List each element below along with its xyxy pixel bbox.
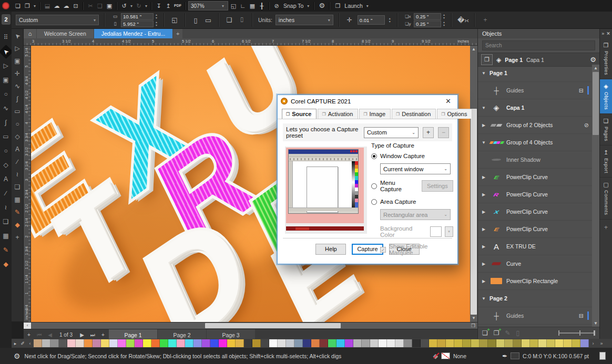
color-swatch[interactable] [219,339,227,347]
color-swatch[interactable] [564,339,572,347]
nudge-stepper[interactable]: ▴▾ [388,17,392,23]
color-swatch[interactable] [496,339,505,347]
fullscreen-preview-icon[interactable]: ◱ [229,1,238,11]
color-swatch[interactable] [362,339,370,347]
polygon-tool[interactable]: ◇ [1,160,11,170]
color-swatch[interactable] [151,339,160,347]
pen-tool[interactable]: ✎ [1,245,11,255]
freehand-tool[interactable]: ∿ [1,103,11,113]
color-swatch[interactable] [42,339,50,347]
new-document-tab-button[interactable]: + [173,29,182,38]
artistic-media-tool[interactable]: ∫ [13,94,23,104]
objects-search-input[interactable]: Search [482,40,595,50]
cloud-upload-icon[interactable]: ☁ [62,1,71,11]
docker-close-icon[interactable]: ✕ [606,31,610,36]
color-swatch[interactable] [379,339,387,347]
dialog-title-bar[interactable]: Corel CAPTURE 2021 ✕ [278,95,457,107]
document-tab-2[interactable]: Jedalias Mendez - Extru... [94,29,172,38]
snap-off-icon[interactable]: ⊘ [272,1,281,11]
pattern-tool[interactable]: ▦ [1,231,11,241]
zoom-level-combobox[interactable]: 307% ▾ [188,1,228,11]
color-swatch[interactable] [454,339,463,347]
help-button[interactable]: Help [315,244,346,255]
scroll-down-button[interactable]: ▼ [470,315,477,322]
drop-shadow-tool[interactable]: ❏ [13,182,23,192]
new-layer-button[interactable]: ❏+ [482,329,488,337]
palette-scroll-left-icon[interactable]: ‹ [26,341,34,346]
color-swatch[interactable] [244,339,252,347]
width-stepper[interactable]: ▴▾ [155,13,158,19]
pen-tool[interactable]: ✎ [13,207,23,217]
tree-row[interactable]: ┼Guides⊟ [478,307,592,325]
page-sorter-icon[interactable]: ❐ [469,323,477,329]
add-docker-button[interactable]: + [604,220,608,235]
new-document-icon[interactable]: ❏ [13,1,23,11]
color-swatch[interactable] [538,339,547,347]
show-guidelines-icon[interactable]: ╂ [257,1,267,11]
close-icon[interactable]: ✕ [442,97,454,105]
show-grid-icon[interactable]: ▦ [248,1,257,11]
connector-tool[interactable]: ≀ [13,170,23,180]
color-swatch[interactable] [34,339,42,347]
snap-to-button[interactable]: Snap To [282,3,305,9]
shape-tool[interactable]: ▷ [1,61,11,71]
polygon-tool[interactable]: ◇ [13,132,23,142]
line-tool[interactable]: ∕ [13,157,23,167]
color-swatch[interactable] [311,339,320,347]
duplicate-x-stepper[interactable]: ▴▾ [442,13,446,19]
text-tool[interactable]: A [1,174,11,184]
tree-row[interactable]: ▶EPowerClip Curve [478,221,592,238]
options-gear-icon[interactable]: ⚙ [317,1,327,11]
tree-row[interactable]: Inner Shadow [478,151,592,169]
shape-tool[interactable]: ▷ [13,44,23,54]
tree-row[interactable]: ▼Page 2 [478,290,592,307]
objects-scrollbar[interactable]: ▲ ▼ [592,65,599,327]
page-height-field[interactable]: 5.952 " [121,20,154,27]
show-rulers-icon[interactable]: ∟ [238,1,248,11]
expander-icon[interactable]: ▶ [481,227,486,232]
color-swatch[interactable] [135,339,143,347]
add-preset-button[interactable]: + [423,127,434,138]
duplicate-y-field[interactable]: 0.25 " [414,20,441,27]
undo-dropdown[interactable]: ▾ [129,4,134,8]
current-page-button[interactable]: ⌷ [237,16,247,24]
scroll-up-button[interactable]: ▲ [470,46,477,53]
color-swatch[interactable] [193,339,202,347]
page-preset-dropdown[interactable]: Custom▾ [16,15,99,25]
color-swatch[interactable] [328,339,336,347]
color-swatch[interactable] [572,339,580,347]
printer-icon[interactable]: ⊟ [579,86,589,95]
hidden-eye-icon[interactable]: ⊘ [584,122,589,129]
vertical-ruler[interactable]: 5 1/454 3/44 1/24 1/443 3/43 1/23 1/432 … [24,46,31,322]
color-swatch[interactable] [50,339,59,347]
layer-visibility-icon[interactable]: ❐ [481,54,493,65]
tree-row[interactable]: ▶RPowerClip Curve [478,186,592,203]
open-dropdown[interactable]: ▾ [32,4,37,8]
docker-tab-comments[interactable]: ▢Comments [600,178,612,220]
tree-row[interactable]: ▶PowerClip Rectangle [478,273,592,290]
color-swatch[interactable] [177,339,185,347]
expander-icon[interactable]: ▶ [481,192,486,197]
duplicate-y-stepper[interactable]: ▴▾ [442,20,446,27]
undo-icon[interactable]: ↺ [119,1,129,11]
expander-icon[interactable]: ▶ [481,279,486,284]
dialog-tab-options[interactable]: ❐Options [437,109,472,119]
color-swatch[interactable] [446,339,454,347]
tree-row[interactable]: ▶AEX TRU DE [478,238,592,255]
docker-collapse-icon[interactable]: » [601,31,604,36]
artistic-media-tool[interactable]: ∫ [1,118,11,128]
show-editable-marquee-checkbox[interactable]: ✓ [380,247,386,253]
docker-handle-icon[interactable]: ⠿ [1,33,11,43]
rectangle-tool[interactable]: ▭ [13,107,23,117]
menu-capture-label[interactable]: Menu Capture [380,180,415,192]
printer-icon[interactable]: ⊟ [579,311,589,320]
color-swatch[interactable] [421,339,429,347]
color-swatch[interactable] [160,339,168,347]
color-swatch[interactable] [278,339,286,347]
color-swatch[interactable] [530,339,538,347]
expander-icon[interactable]: ▼ [481,140,486,145]
color-swatch[interactable] [513,339,522,347]
expander-icon[interactable]: ▶ [481,244,486,249]
document-tab-1[interactable]: Welcome Screen [37,29,94,38]
export-icon[interactable]: ↥ [164,1,173,11]
